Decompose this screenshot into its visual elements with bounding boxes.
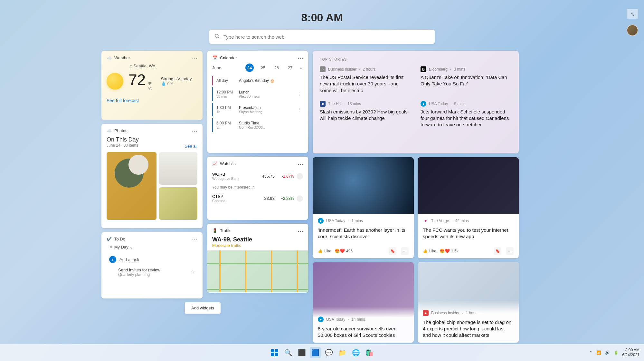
more-icon[interactable]: ⋯ <box>298 228 304 235</box>
photos-sub: June 24 · 33 items <box>107 143 197 148</box>
forecast-link[interactable]: See full forecast <box>107 98 197 103</box>
chevron-down-icon[interactable]: ⌄ <box>299 65 303 70</box>
stock-change: +2.23% <box>275 196 294 201</box>
calendar-event[interactable]: All day Angela's Birthday 🎂 <box>212 76 303 85</box>
more-icon[interactable]: ⋯ <box>298 161 304 168</box>
event-title: Presentation <box>239 105 262 110</box>
calendar-event[interactable]: 1:30 PM1h PresentationSkype Meeting ⋮ <box>212 103 303 116</box>
todo-icon: ✔️ <box>107 237 112 241</box>
event-dots-icon[interactable]: ⋮ <box>298 93 302 95</box>
tray-chevron-icon[interactable]: ⌃ <box>589 350 592 355</box>
watchlist-widget[interactable]: 📈Watchlist ⋯ WGRBWoodgrove Bank 435.75 -… <box>207 157 308 220</box>
news-title: Jets forward Mark Scheifele suspended fo… <box>421 109 512 128</box>
news-image <box>313 157 414 214</box>
reactions[interactable]: 😍❤️ 496 <box>335 249 353 253</box>
edge-icon[interactable]: 🌐 <box>350 347 361 358</box>
volume-icon[interactable]: 🔊 <box>605 350 610 355</box>
bookmark-icon[interactable]: 🔖 <box>389 247 396 255</box>
more-icon[interactable]: ⋯ <box>401 247 409 255</box>
news-headline: The global chip shortage is set to drag … <box>423 319 514 339</box>
news-time: 1 hour <box>466 311 477 315</box>
add-task-input[interactable]: + Add a task <box>107 253 197 266</box>
like-button[interactable]: 👍 Like <box>318 249 331 253</box>
stock-price: 435.75 <box>252 174 275 179</box>
source-icon: ● <box>423 310 429 316</box>
weather-widget[interactable]: ☁️Weather ⋯ Seattle, WA 72 °F°C Strong U… <box>101 51 203 120</box>
collapse-widgets-button[interactable]: ⤡ <box>627 9 638 19</box>
search-icon <box>214 34 220 40</box>
calendar-event[interactable]: 12:00 PM30 min LunchAlex Johnson ⋮ <box>212 87 303 101</box>
like-button[interactable]: 👍 Like <box>423 249 436 253</box>
calendar-day[interactable]: 27 <box>286 63 294 72</box>
user-avatar[interactable] <box>627 24 638 36</box>
event-time: 1:30 PM <box>216 105 235 110</box>
see-all-link[interactable]: See all <box>185 144 197 149</box>
news-source: USA Today <box>429 102 448 106</box>
widget-title: Weather <box>114 55 130 60</box>
more-icon[interactable]: ⋯ <box>298 55 304 62</box>
stock-row[interactable]: WGRBWoodgrove Bank 435.75 -1.67% <box>212 169 303 183</box>
task-view-icon[interactable]: ⬛ <box>296 347 307 358</box>
star-icon[interactable]: ☆ <box>190 269 195 275</box>
stock-name: Contoso <box>212 199 252 203</box>
calendar-month: June <box>212 65 240 70</box>
chat-icon[interactable]: 💬 <box>323 347 334 358</box>
news-title: Slash emissions by 2030? How big goals w… <box>320 109 411 122</box>
stock-add-icon[interactable] <box>297 195 303 202</box>
battery-icon[interactable]: 🔋 <box>614 350 619 355</box>
search-input[interactable] <box>223 34 430 40</box>
my-day-dropdown[interactable]: ☀ My Day ⌄ <box>109 245 197 249</box>
search-taskbar-icon[interactable]: 🔍 <box>283 347 294 358</box>
event-sub: Conf Rm 32/36... <box>239 125 266 129</box>
traffic-map[interactable] <box>207 250 308 292</box>
reactions[interactable]: 😍❤️ 1.5k <box>440 249 459 253</box>
calendar-day[interactable]: 26 <box>272 63 281 72</box>
calendar-day[interactable]: 25 <box>259 63 267 72</box>
file-explorer-icon[interactable]: 📁 <box>337 347 348 358</box>
stock-remove-icon[interactable] <box>297 173 303 180</box>
news-item[interactable]: ●USA Today · 5 mins Jets forward Mark Sc… <box>421 101 512 128</box>
news-card[interactable]: ●USA Today · 1 mins 'Innermost': Earth h… <box>313 157 414 258</box>
news-item[interactable]: ■The Hill · 18 mins Slash emissions by 2… <box>320 101 411 128</box>
news-source: USA Today <box>326 317 345 322</box>
more-icon[interactable]: ⋯ <box>192 128 198 135</box>
stock-change: -1.67% <box>275 174 294 179</box>
news-card[interactable]: ●USA Today · 14 mins 8-year-old cancer s… <box>313 262 414 343</box>
start-button[interactable] <box>269 347 280 358</box>
react-count: 496 <box>346 249 353 253</box>
news-card[interactable]: ●Business Insider · 1 hour The global ch… <box>418 262 519 343</box>
news-source: The Hill <box>328 102 341 106</box>
more-icon[interactable]: ⋯ <box>192 55 198 62</box>
search-bar[interactable] <box>209 30 435 44</box>
store-icon[interactable]: 🛍️ <box>364 347 375 358</box>
wifi-icon[interactable]: 📶 <box>596 350 601 355</box>
news-time: 5 mins <box>454 102 466 106</box>
photos-widget[interactable]: ☁️Photos ⋯ On This Day June 24 · 33 item… <box>101 124 203 228</box>
more-icon[interactable]: ⋯ <box>506 247 514 255</box>
photo-thumbnail[interactable] <box>159 187 197 220</box>
widgets-panel: ☁️Weather ⋯ Seattle, WA 72 °F°C Strong U… <box>101 51 541 343</box>
bookmark-icon[interactable]: 🔖 <box>494 247 501 255</box>
todo-widget[interactable]: ✔️To Do ⋯ ☀ My Day ⌄ + Add a task Send i… <box>101 232 203 298</box>
photo-thumbnail[interactable] <box>159 152 197 185</box>
event-dur: 3h <box>216 125 235 129</box>
stock-row[interactable]: CTSPContoso 23.98 +2.23% <box>212 191 303 205</box>
event-dots-icon[interactable]: ⋮ <box>298 109 302 111</box>
widget-title: Photos <box>114 128 127 133</box>
task-item[interactable]: Send invites for review Quarterly planni… <box>107 266 197 279</box>
calendar-day[interactable]: 24 <box>245 63 254 72</box>
stock-name: Woodgrove Bank <box>212 177 252 180</box>
calendar-event[interactable]: 6:00 PM3h Studio TimeConf Rm 32/36... <box>212 118 303 132</box>
add-widgets-button[interactable]: Add widgets <box>185 302 221 314</box>
more-icon[interactable]: ⋯ <box>192 236 198 243</box>
widgets-taskbar-icon[interactable]: 🟦 <box>310 347 321 358</box>
taskbar-clock[interactable]: 8:00 AM 6/24/2021 <box>622 348 639 357</box>
news-card[interactable]: ▼The Verge · 42 mins The FCC wants you t… <box>418 157 519 258</box>
news-item[interactable]: BBloomberg · 3 mins A Quant's Take on In… <box>421 66 512 94</box>
news-item[interactable]: ○Business Insider · 2 hours The US Posta… <box>320 66 411 94</box>
calendar-widget[interactable]: 📅Calendar ⋯ June 24 25 26 27 ⌄ All day A… <box>207 51 308 153</box>
photo-thumbnail[interactable] <box>107 152 156 220</box>
news-time: 14 mins <box>352 317 365 322</box>
top-stories-label: TOP STORIES <box>320 57 512 61</box>
traffic-widget[interactable]: 🚦Traffic ⋯ WA-99, Seattle Moderate traff… <box>207 224 308 293</box>
